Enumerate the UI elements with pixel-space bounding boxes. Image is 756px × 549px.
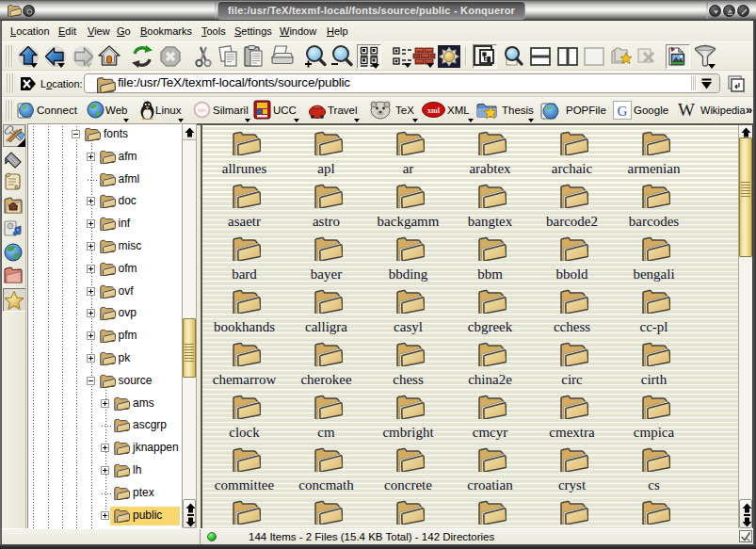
svg-text:G: G	[618, 104, 628, 119]
svg-text:silm: silm	[198, 107, 206, 113]
svg-text:W: W	[678, 101, 695, 120]
svg-text:xml: xml	[427, 106, 441, 115]
